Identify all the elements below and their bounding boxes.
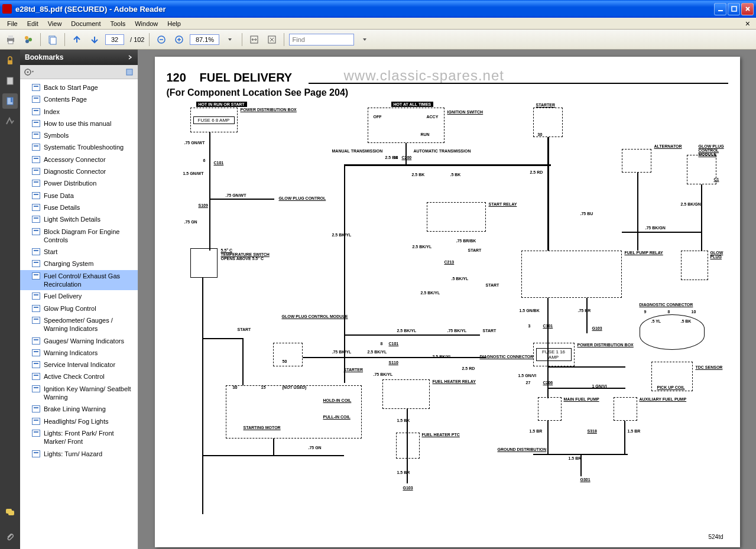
menu-tools[interactable]: Tools: [106, 19, 131, 28]
zoom-in-button[interactable]: [172, 33, 186, 47]
signal-label: START: [486, 283, 499, 287]
bookmark-page-icon: [32, 192, 40, 199]
page-number-input[interactable]: [105, 34, 124, 45]
bookmark-page-icon: [32, 349, 40, 356]
collapse-panel-button[interactable]: [127, 54, 133, 60]
fit-page-button[interactable]: [265, 33, 279, 47]
bookmark-page-icon: [32, 405, 40, 412]
bookmark-item[interactable]: Service Interval Indicator: [20, 359, 138, 371]
menu-help[interactable]: Help: [163, 19, 186, 28]
bookmark-item[interactable]: Light Switch Details: [20, 213, 138, 225]
hot-label: HOT AT ALL TIMES: [391, 102, 434, 107]
bookmark-item[interactable]: Lights: Turn/ Hazard: [20, 448, 138, 460]
nav-pages-icon[interactable]: [2, 73, 18, 89]
print-button[interactable]: [4, 33, 18, 47]
zoom-dropdown[interactable]: [223, 33, 237, 47]
minimize-button[interactable]: [714, 3, 726, 15]
bookmark-item[interactable]: Symbols: [20, 129, 138, 141]
wire-label: 2.5 BK/GN: [681, 202, 701, 206]
zoom-input[interactable]: [190, 34, 219, 45]
bookmark-item[interactable]: Ignition Key Warning/ Seatbelt Warning: [20, 383, 138, 404]
bookmark-item[interactable]: Fuel Delivery: [20, 290, 138, 302]
menu-document[interactable]: Document: [66, 19, 105, 28]
bookmark-item[interactable]: Contents Page: [20, 93, 138, 105]
nav-bookmarks-icon[interactable]: [2, 93, 18, 109]
wire-label: 1.5 GN/BK: [520, 308, 540, 313]
component-label: GLOW PLUG CONTROL: [279, 196, 326, 200]
bookmark-page-icon: [32, 120, 40, 127]
bookmark-item[interactable]: Diagnostic Connector: [20, 165, 138, 177]
wire-label: 2.5 BK/YL: [421, 291, 440, 295]
bookmark-label: Service Interval Indicator: [44, 360, 134, 369]
bookmarks-panel: Bookmarks Back to Start PageContents Pag…: [20, 50, 138, 549]
bookmark-item[interactable]: Gauges/ Warning Indicators: [20, 335, 138, 347]
nav-comments-icon[interactable]: [2, 504, 18, 519]
prev-page-button[interactable]: [70, 33, 84, 47]
bookmark-item[interactable]: Brake Lining Warning: [20, 403, 138, 415]
bookmark-item[interactable]: How to use this manual: [20, 118, 138, 129]
bookmark-page-icon: [32, 373, 40, 380]
document-close-button[interactable]: ×: [742, 19, 754, 28]
bookmark-item[interactable]: Index: [20, 106, 138, 118]
bookmark-item[interactable]: Headlights/ Fog Lights: [20, 415, 138, 427]
connector-label: G103: [403, 486, 413, 490]
menu-edit[interactable]: Edit: [22, 19, 43, 28]
connector-label: G301: [580, 477, 590, 482]
document-area[interactable]: www.classic-spares.net 120 FUEL DELIVERY…: [138, 50, 756, 549]
menu-view[interactable]: View: [43, 19, 67, 28]
menu-window[interactable]: Window: [130, 19, 163, 28]
component-label: STARTING MOTOR: [244, 425, 281, 430]
bookmarks-header: Bookmarks: [20, 50, 138, 65]
page-section-title: FUEL DELIVERY: [200, 71, 293, 85]
bookmark-item[interactable]: Active Check Control: [20, 371, 138, 382]
zoom-out-button[interactable]: [154, 33, 168, 47]
bookmark-item[interactable]: Systematic Troubleshooting: [20, 141, 138, 153]
bookmark-item[interactable]: Speedometer/ Gauges / Warning Indicators: [20, 314, 138, 335]
bookmark-item[interactable]: Fuse Data: [20, 190, 138, 202]
find-input[interactable]: [289, 34, 354, 46]
svg-point-24: [27, 71, 29, 73]
bookmark-item[interactable]: Lights: Front Park/ Front Marker/ Front: [20, 427, 138, 448]
bookmark-item[interactable]: Fuel Control/ Exhaust Gas Recirculation: [20, 270, 138, 291]
bookmark-label: Light Switch Details: [44, 215, 134, 223]
wire-label: .75 GN/WT: [184, 141, 205, 145]
pages-button[interactable]: [46, 33, 60, 47]
nav-signatures-icon[interactable]: [2, 113, 18, 129]
close-button[interactable]: [741, 3, 754, 15]
bookmarks-options-button[interactable]: [24, 68, 34, 76]
bookmarks-new-button[interactable]: [125, 67, 134, 77]
menu-file[interactable]: File: [2, 19, 22, 28]
maximize-button[interactable]: [728, 3, 740, 15]
next-page-button[interactable]: [87, 33, 102, 47]
bookmark-item[interactable]: Glow Plug Control: [20, 303, 138, 314]
bookmark-label: Start: [44, 248, 134, 256]
wire-label: 2.5 RD: [530, 170, 543, 174]
bookmark-item[interactable]: Back to Start Page: [20, 82, 138, 93]
bookmark-item[interactable]: Start: [20, 246, 138, 258]
bookmark-label: Speedometer/ Gauges / Warning Indicators: [44, 316, 134, 333]
bookmark-item[interactable]: Warning Indicators: [20, 347, 138, 359]
page-subtitle: (For Component Location See Page 204): [167, 87, 349, 98]
svg-point-5: [25, 36, 28, 40]
bookmark-item[interactable]: Accessory Connector: [20, 154, 138, 165]
component-box: [273, 343, 303, 366]
fit-width-button[interactable]: [247, 33, 261, 47]
wire-label: 1.5 BR: [628, 429, 641, 433]
bookmark-label: Diagnostic Connector: [44, 167, 134, 176]
wire-label: 2.5 RD: [462, 366, 475, 371]
bookmarks-list[interactable]: Back to Start PageContents PageIndexHow …: [20, 79, 138, 549]
nav-security-icon[interactable]: [2, 53, 18, 69]
find-dropdown[interactable]: [358, 33, 372, 47]
bookmark-page-icon: [32, 293, 40, 300]
bookmark-item[interactable]: Charging System: [20, 258, 138, 269]
component-box: FUSE 6 8 AMP: [190, 108, 238, 132]
bookmark-item[interactable]: Fuse Details: [20, 202, 138, 213]
bookmark-item[interactable]: Power Distribution: [20, 177, 138, 189]
component-label: DIAGNOSTIC CONNECTOR: [640, 303, 693, 307]
wire-label: 1.5 GN/VI: [518, 373, 537, 378]
bookmark-item[interactable]: Block Diagram For Engine Controls: [20, 226, 138, 246]
nav-attachments-icon[interactable]: [2, 529, 18, 544]
email-button[interactable]: [21, 33, 35, 47]
pin-label: 10: [692, 310, 696, 314]
bookmark-page-icon: [32, 168, 40, 175]
